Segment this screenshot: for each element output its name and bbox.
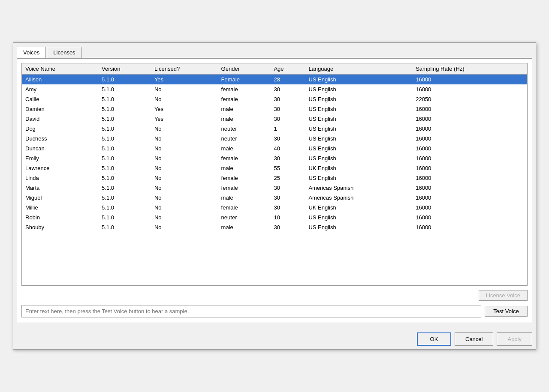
tab-content-voices: Voice Name Version Licensed? Gender Age … (17, 58, 532, 322)
test-row: Test Voice (21, 305, 528, 317)
apply-button[interactable]: Apply (497, 332, 532, 346)
col-header-language[interactable]: Language (305, 63, 412, 75)
tab-bar: Voices Licenses (17, 46, 532, 58)
table-row[interactable]: David5.1.0Yesmale30US English16000 (22, 114, 527, 124)
test-voice-button[interactable]: Test Voice (485, 306, 528, 317)
col-header-version[interactable]: Version (98, 63, 151, 75)
voices-table: Voice Name Version Licensed? Gender Age … (22, 63, 527, 232)
table-row[interactable]: Robin5.1.0Noneuter10US English16000 (22, 212, 527, 222)
table-row[interactable]: Dog5.1.0Noneuter1US English16000 (22, 124, 527, 134)
cancel-button[interactable]: Cancel (455, 332, 493, 346)
table-row[interactable]: Shouby5.1.0Nomale30US English16000 (22, 222, 527, 232)
table-row[interactable]: Millie5.1.0Nofemale30UK English16000 (22, 203, 527, 212)
table-row[interactable]: Amy5.1.0Nofemale30US English16000 (22, 84, 527, 94)
table-row[interactable]: Duncan5.1.0Nomale40US English16000 (22, 144, 527, 153)
table-row[interactable]: Marta5.1.0Nofemale30Americas Spanish1600… (22, 183, 527, 193)
col-header-licensed[interactable]: Licensed? (151, 63, 218, 75)
col-header-sampling-rate[interactable]: Sampling Rate (Hz) (412, 63, 527, 75)
col-header-voice-name[interactable]: Voice Name (22, 63, 98, 75)
table-row[interactable]: Linda5.1.0Nofemale25US English16000 (22, 173, 527, 183)
table-row[interactable]: Miguel5.1.0Nomale30Americas Spanish16000 (22, 193, 527, 203)
bottom-area: License Voice Test Voice (21, 290, 528, 317)
table-row[interactable]: Allison5.1.0YesFemale28US English16000 (22, 75, 527, 85)
col-header-gender[interactable]: Gender (218, 63, 271, 75)
test-voice-input[interactable] (21, 305, 481, 317)
table-row[interactable]: Emily5.1.0Nofemale30US English16000 (22, 153, 527, 163)
table-row[interactable]: Duchess5.1.0Noneuter30US English16000 (22, 134, 527, 144)
table-row[interactable]: Callie5.1.0Nofemale30US English22050 (22, 94, 527, 104)
voices-table-container[interactable]: Voice Name Version Licensed? Gender Age … (21, 63, 528, 286)
tab-voices[interactable]: Voices (17, 47, 46, 58)
col-header-age[interactable]: Age (270, 63, 305, 75)
table-row[interactable]: Damien5.1.0Yesmale30US English16000 (22, 104, 527, 114)
table-row[interactable]: Lawrence5.1.0Nomale55UK English16000 (22, 163, 527, 173)
ok-button[interactable]: OK (417, 332, 451, 346)
license-voice-button[interactable]: License Voice (479, 290, 528, 301)
license-row: License Voice (21, 290, 528, 301)
dialog-footer: OK Cancel Apply (17, 328, 532, 346)
dialog: Voices Licenses Voice Name Version Licen… (13, 42, 536, 350)
tab-licenses[interactable]: Licenses (47, 47, 81, 58)
